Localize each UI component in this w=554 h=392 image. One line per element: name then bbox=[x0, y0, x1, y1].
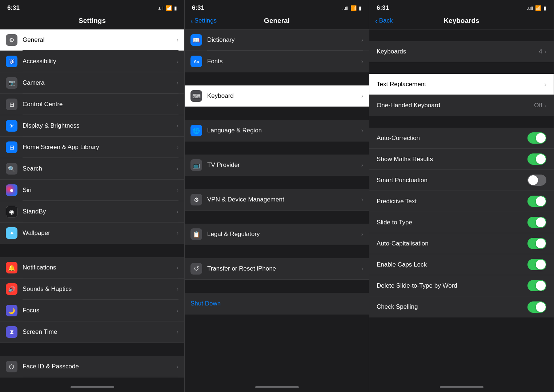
sidebar-item-wallpaper[interactable]: ✦ Wallpaper › bbox=[0, 223, 184, 244]
language-icon: 🌐 bbox=[190, 125, 202, 136]
row-label-screentime: Screen Time bbox=[23, 328, 57, 336]
smart-punctuation-knob bbox=[528, 175, 538, 185]
delete-slide-toggle[interactable] bbox=[527, 280, 546, 291]
back-to-settings[interactable]: ‹ Settings bbox=[190, 17, 217, 24]
show-maths-label: Show Maths Results bbox=[377, 156, 433, 163]
auto-capitalisation-knob bbox=[536, 239, 546, 248]
sidebar-item-standby[interactable]: ◉ StandBy › bbox=[0, 201, 184, 223]
section-3: ⬡ Face ID & Passcode › bbox=[0, 356, 184, 377]
enable-caps-lock-toggle[interactable] bbox=[527, 259, 546, 270]
row-content-sounds: Sounds & Haptics › bbox=[23, 279, 178, 300]
wallpaper-icon: ✦ bbox=[6, 227, 17, 239]
sidebar-item-sounds[interactable]: 🔊 Sounds & Haptics › bbox=[0, 279, 184, 300]
chevron-search: › bbox=[177, 165, 178, 172]
general-sep-5 bbox=[185, 211, 369, 224]
general-section-1: 📖 Dictionary › Aa Fonts › bbox=[185, 29, 369, 72]
row-content-wallpaper: Wallpaper › bbox=[23, 223, 178, 244]
enable-caps-lock-label: Enable Caps Lock bbox=[377, 261, 427, 268]
sidebar-item-focus[interactable]: 🌙 Focus › bbox=[0, 300, 184, 321]
smart-punctuation-toggle[interactable] bbox=[527, 175, 546, 186]
auto-capitalisation-row[interactable]: Auto-Capitalisation bbox=[369, 233, 554, 254]
smart-punctuation-row[interactable]: Smart Punctuation bbox=[369, 170, 554, 191]
row-content-standby: StandBy › bbox=[23, 201, 178, 222]
sidebar-item-control-centre[interactable]: ⊞ Control Centre › bbox=[0, 94, 184, 115]
chevron-keyboard: › bbox=[361, 93, 363, 99]
sidebar-item-tv-provider[interactable]: 📺 TV Provider › bbox=[185, 155, 369, 176]
battery-icon-3: ▮ bbox=[543, 5, 546, 11]
nav-bar-1: Settings bbox=[0, 14, 184, 29]
sidebar-item-faceid[interactable]: ⬡ Face ID & Passcode › bbox=[0, 356, 184, 377]
sidebar-item-keyboard[interactable]: ⌨ Keyboard › bbox=[185, 85, 369, 107]
row-label-search: Search bbox=[23, 165, 42, 172]
check-spelling-toggle[interactable] bbox=[527, 301, 546, 313]
status-bar-2: 6:31 .ull 📶 ▮ bbox=[185, 0, 369, 14]
enable-caps-lock-knob bbox=[536, 260, 546, 269]
row-label-vpn: VPN & Device Management bbox=[207, 196, 284, 203]
auto-correction-toggle[interactable] bbox=[527, 132, 546, 144]
sidebar-item-transfer[interactable]: ↺ Transfer or Reset iPhone › bbox=[185, 258, 369, 280]
predictive-text-row[interactable]: Predictive Text bbox=[369, 191, 554, 212]
predictive-text-label: Predictive Text bbox=[377, 198, 417, 205]
one-handed-value: Off bbox=[534, 102, 542, 109]
enable-caps-lock-row[interactable]: Enable Caps Lock bbox=[369, 254, 554, 275]
check-spelling-row[interactable]: Check Spelling bbox=[369, 296, 554, 317]
check-spelling-knob bbox=[536, 302, 546, 312]
row-label-camera: Camera bbox=[23, 79, 44, 87]
sidebar-item-legal[interactable]: 📋 Legal & Regulatory › bbox=[185, 224, 369, 245]
sidebar-item-homescreen[interactable]: ⊟ Home Screen & App Library › bbox=[0, 137, 184, 158]
row-content-search: Search › bbox=[23, 158, 178, 179]
focus-icon: 🌙 bbox=[6, 305, 17, 316]
sidebar-item-camera[interactable]: 📷 Camera › bbox=[0, 72, 184, 94]
sidebar-item-language[interactable]: 🌐 Language & Region › bbox=[185, 120, 369, 141]
slide-to-type-row[interactable]: Slide to Type bbox=[369, 212, 554, 233]
row-label-focus: Focus bbox=[23, 307, 39, 314]
auto-capitalisation-toggle[interactable] bbox=[527, 238, 546, 249]
sidebar-item-search[interactable]: 🔍 Search › bbox=[0, 158, 184, 180]
keyboards-panel: 6:31 .ull 📶 ▮ ‹ Back Keyboards Keyboards… bbox=[369, 0, 554, 392]
search-icon: 🔍 bbox=[6, 163, 17, 175]
general-section-4: 📺 TV Provider › bbox=[185, 155, 369, 176]
row-label-fonts: Fonts bbox=[207, 58, 223, 65]
home-bar-1 bbox=[71, 386, 114, 388]
sidebar-item-notifications[interactable]: 🔔 Notifications › bbox=[0, 257, 184, 279]
sidebar-item-accessibility[interactable]: ♿ Accessibility › bbox=[0, 51, 184, 72]
sidebar-item-fonts[interactable]: Aa Fonts › bbox=[185, 51, 369, 72]
home-bar-3 bbox=[440, 386, 483, 388]
one-handed-row[interactable]: One-Handed Keyboard Off › bbox=[369, 95, 554, 116]
row-content-language: Language & Region › bbox=[207, 120, 363, 141]
page-title-2: General bbox=[264, 17, 290, 25]
sidebar-item-vpn[interactable]: ⚙ VPN & Device Management › bbox=[185, 189, 369, 211]
predictive-text-toggle[interactable] bbox=[527, 196, 546, 207]
text-replacement-right: › bbox=[545, 81, 546, 88]
slide-to-type-toggle[interactable] bbox=[527, 217, 546, 228]
sidebar-item-dictionary[interactable]: 📖 Dictionary › bbox=[185, 29, 369, 51]
text-replacement-row[interactable]: Text Replacement › bbox=[369, 74, 554, 95]
status-time-1: 6:31 bbox=[7, 4, 20, 12]
keyboards-count-row[interactable]: Keyboards 4 › bbox=[369, 41, 554, 62]
signal-icon-3: .ull bbox=[527, 5, 533, 11]
chevron-fonts: › bbox=[361, 58, 363, 65]
sidebar-item-general[interactable]: ⚙ General › bbox=[0, 29, 184, 51]
sidebar-item-display[interactable]: ☀ Display & Brightness › bbox=[0, 115, 184, 137]
chevron-control-centre: › bbox=[177, 101, 178, 108]
row-content-fonts: Fonts › bbox=[207, 51, 363, 72]
delete-slide-row[interactable]: Delete Slide-to-Type by Word bbox=[369, 275, 554, 296]
sidebar-item-siri[interactable]: ● Siri › bbox=[0, 180, 184, 201]
shut-down-row[interactable]: Shut Down bbox=[185, 293, 369, 315]
row-label-control-centre: Control Centre bbox=[23, 101, 63, 108]
back-to-general[interactable]: ‹ Back bbox=[375, 17, 393, 24]
status-icons-3: .ull 📶 ▮ bbox=[527, 5, 546, 11]
general-section-5: ⚙ VPN & Device Management › bbox=[185, 189, 369, 211]
chevron-legal: › bbox=[361, 231, 363, 237]
auto-correction-row[interactable]: Auto-Correction bbox=[369, 128, 554, 149]
sidebar-item-screentime[interactable]: ⧗ Screen Time › bbox=[0, 321, 184, 343]
shut-down-label[interactable]: Shut Down bbox=[190, 300, 221, 307]
row-label-legal: Legal & Regulatory bbox=[207, 231, 260, 238]
legal-icon: 📋 bbox=[190, 228, 202, 240]
row-label-general: General bbox=[23, 36, 44, 44]
show-maths-row[interactable]: Show Maths Results bbox=[369, 149, 554, 170]
row-label-standby: StandBy bbox=[23, 208, 46, 215]
show-maths-toggle[interactable] bbox=[527, 153, 546, 165]
gear-icon: ⚙ bbox=[6, 34, 17, 46]
auto-capitalisation-label: Auto-Capitalisation bbox=[377, 240, 429, 247]
